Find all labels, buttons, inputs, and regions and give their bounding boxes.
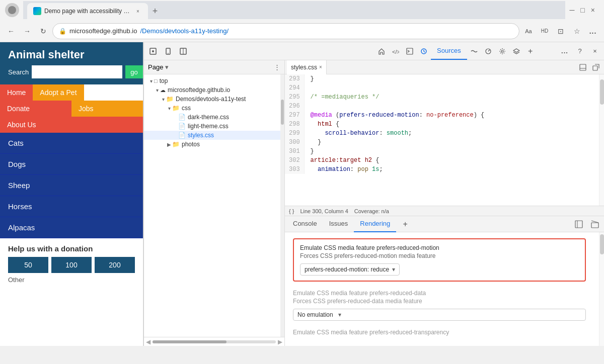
add-bottom-tab-button[interactable]: +: [398, 217, 412, 231]
reduced-data-dropdown[interactable]: No emulation ▾: [293, 309, 586, 321]
domain-icon: ☁: [160, 87, 166, 94]
rendering-tab[interactable]: Rendering: [354, 216, 396, 232]
code-line-299: scroll-behavior: smooth;: [311, 129, 593, 138]
pet-sheep[interactable]: Sheep: [0, 175, 143, 196]
split-view-button[interactable]: ⊡: [554, 24, 568, 38]
pet-list: Cats Dogs Sheep Horses Alpacas: [0, 133, 143, 238]
code-status-bar: { } Line 300, Column 4 Coverage: n/a: [285, 206, 604, 216]
devtools-panel: </> Sources: [143, 42, 604, 346]
file-tree-light-theme-label: light-theme.css: [188, 123, 229, 130]
device-emulation-button[interactable]: [161, 44, 175, 58]
site-header: Animal shelter Search go: [0, 42, 143, 84]
forward-button[interactable]: →: [20, 24, 34, 38]
file-tree-item-css[interactable]: ▾ 📁 css: [144, 104, 284, 113]
file-tree-arrow[interactable]: ▾: [165, 63, 169, 71]
nav-adopt-link[interactable]: Adopt a Pet: [33, 84, 84, 101]
emulate-reduced-data-title: Emulate CSS media feature prefers-reduce…: [293, 290, 586, 297]
donate-50-button[interactable]: 50: [8, 257, 48, 273]
code-tab-close-button[interactable]: ×: [319, 64, 322, 70]
maximize-button[interactable]: □: [580, 6, 584, 14]
tab-bar: Demo page with accessibility issu × +: [23, 1, 565, 19]
svg-line-19: [591, 221, 598, 223]
performance-tab[interactable]: [481, 44, 495, 58]
donate-200-button[interactable]: 200: [95, 257, 135, 273]
file-tree-item-photos[interactable]: ▶ 📁 photos: [144, 140, 284, 149]
rendering-content: Emulate CSS media feature prefers-reduce…: [285, 232, 599, 346]
emulate-reduced-transparency-section: Emulate CSS media feature prefers-reduce…: [293, 329, 586, 336]
open-new-tab-button[interactable]: [590, 61, 602, 73]
file-tree-more-button[interactable]: ⋮: [274, 63, 280, 71]
donation-section: Help us with a donation 50 100 200 Other: [0, 238, 143, 290]
active-tab[interactable]: Demo page with accessibility issu ×: [27, 3, 148, 19]
sources-icon[interactable]: [417, 44, 431, 58]
issues-tab[interactable]: Issues: [323, 216, 354, 232]
svg-point-3: [168, 53, 169, 54]
devtools-close-button[interactable]: ×: [588, 44, 602, 58]
file-tree-item-styles[interactable]: ▾ 📄 styles.css: [144, 131, 284, 140]
minimize-button[interactable]: ─: [569, 6, 574, 14]
address-bar[interactable]: 🔒 microsoftedge.github.io/Demos/devtools…: [52, 23, 519, 39]
close-bottom-panel-button[interactable]: [588, 217, 602, 231]
dock-bottom-button[interactable]: [577, 61, 589, 73]
devtools-help-button[interactable]: ?: [573, 44, 587, 58]
file-tree-demos-label: Demos/devtools-a11y-test: [176, 96, 246, 103]
file-tree-item-demos[interactable]: ▾ 📁 Demos/devtools-a11y-test: [144, 95, 284, 104]
add-tool-button[interactable]: +: [523, 44, 538, 58]
immersive-reader-button[interactable]: HD: [538, 24, 552, 38]
code-text[interactable]: } /* =mediaqueries */ @media (prefers-re…: [305, 74, 599, 174]
favorites-button[interactable]: ☆: [570, 24, 584, 38]
layers-tab[interactable]: [509, 44, 523, 58]
devtools-more-button[interactable]: ...: [558, 44, 572, 58]
donate-100-button[interactable]: 100: [51, 257, 92, 273]
nav-home-link[interactable]: Home: [0, 84, 33, 101]
emulate-reduced-motion-subtitle: Forces CSS prefers-reduced-motion media …: [300, 252, 579, 259]
file-tree-item-top[interactable]: ▾ □ top: [144, 76, 284, 85]
new-tab-button[interactable]: +: [148, 3, 162, 19]
elements-tab[interactable]: </>: [389, 44, 403, 58]
code-actions: [577, 61, 602, 73]
nav-donate-link[interactable]: Donate: [0, 101, 71, 117]
line-num-300: 300: [289, 138, 300, 147]
code-tab-label: styles.css: [291, 64, 317, 71]
code-tab-styles[interactable]: styles.css ×: [287, 60, 327, 74]
pet-cats[interactable]: Cats: [0, 133, 143, 154]
code-line-294: [311, 83, 593, 93]
refresh-button[interactable]: ↻: [36, 24, 50, 38]
nav-about-link[interactable]: About Us: [0, 117, 143, 133]
nav-jobs-link[interactable]: Jobs: [71, 101, 143, 117]
reduced-motion-dropdown[interactable]: prefers-reduced-motion: reduce ▾: [300, 263, 400, 276]
home-tab[interactable]: [374, 44, 389, 58]
emulate-reduced-motion-box: Emulate CSS media feature prefers-reduce…: [293, 238, 586, 282]
pet-dogs[interactable]: Dogs: [0, 154, 143, 175]
window-close-button[interactable]: ×: [591, 6, 595, 14]
search-input[interactable]: [32, 65, 122, 78]
settings-tab[interactable]: [495, 44, 509, 58]
network-tab[interactable]: [467, 44, 481, 58]
file-tree-css-label: css: [182, 105, 191, 112]
browser-more-button[interactable]: ...: [586, 24, 600, 38]
console-devtools-tab[interactable]: [403, 44, 417, 58]
svg-rect-18: [591, 223, 598, 228]
back-button[interactable]: ←: [4, 24, 18, 38]
pet-alpacas[interactable]: Alpacas: [0, 217, 143, 238]
pet-horses[interactable]: Horses: [0, 196, 143, 217]
file-tree-body: ▾ □ top ▾ ☁ microsoftedge.github.io ▾ 📁: [144, 74, 284, 337]
search-go-button[interactable]: go: [125, 65, 142, 78]
read-aloud-button[interactable]: Aa: [521, 24, 536, 38]
tree-nav-left[interactable]: ◀: [146, 338, 150, 345]
split-view-devtools-button[interactable]: [176, 44, 190, 58]
profile-avatar[interactable]: [5, 3, 19, 17]
code-line-303: animation: pop 1s;: [311, 165, 593, 174]
svg-line-10: [424, 51, 425, 52]
console-tab[interactable]: Console: [287, 216, 323, 232]
tab-close-button[interactable]: ×: [134, 7, 142, 15]
tree-nav-right[interactable]: ▶: [278, 338, 282, 345]
line-num-303: 303: [289, 165, 300, 174]
file-tree-item-dark-theme[interactable]: ▾ 📄 dark-theme.css: [144, 113, 284, 122]
inspect-element-button[interactable]: [146, 44, 160, 58]
dock-side-button[interactable]: [572, 217, 586, 231]
sources-tab[interactable]: Sources: [431, 43, 467, 60]
code-line-302: article:target h2 {: [311, 156, 593, 165]
file-tree-item-domain[interactable]: ▾ ☁ microsoftedge.github.io: [144, 85, 284, 95]
file-tree-item-light-theme[interactable]: ▾ 📄 light-theme.css: [144, 122, 284, 131]
